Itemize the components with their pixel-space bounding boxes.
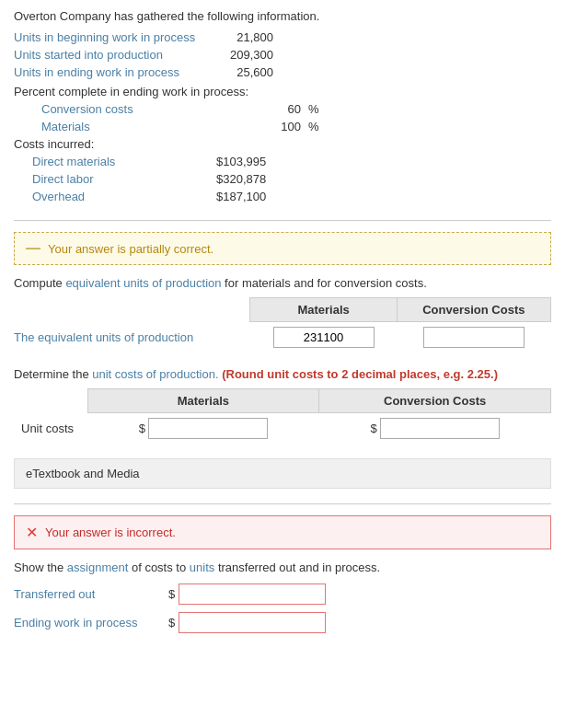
compute-description: Compute equivalent units of production f… [14,276,551,290]
assign-input-wrap-transferred: $ [168,584,326,605]
percent-unit-conversion: % [308,102,319,116]
alert-partial: — Your answer is partially correct. [14,232,551,265]
divider-1 [14,220,551,221]
eq-materials-input[interactable] [273,327,375,348]
info-value-started: 209,300 [216,48,281,62]
eq-row-label: The equivalent units of production [14,322,250,353]
costs-label: Costs incurred: [14,137,551,151]
divider-2 [14,503,551,504]
dollar-materials: $ [139,422,145,435]
cost-value-overhead: $187,100 [216,190,266,203]
incorrect-text: Your answer is incorrect. [45,526,176,539]
equivalent-units-table: Materials Conversion Costs The equivalen… [14,297,551,352]
dollar-transferred: $ [168,587,175,601]
info-label-started: Units started into production [14,48,216,62]
unit-materials-input[interactable] [148,418,268,439]
unit-section: Determine the unit costs of production. … [14,367,551,444]
unit-materials-cell: $ [87,413,319,445]
assignment-description: Show the assignment of costs to units tr… [14,560,551,574]
compute-desc-prefix: Compute [14,276,65,290]
assign-desc-suffix: transferred out and in process. [214,560,380,574]
assign-desc-prefix: Show the [14,560,67,574]
cost-label-overhead: Overhead [32,190,216,203]
info-value-ending: 25,600 [216,65,281,79]
cost-row-materials: Direct materials $103,995 [14,155,551,168]
etextbook-label: eTextbook and Media [26,467,140,480]
eq-row: The equivalent units of production [14,322,551,353]
assignment-section: Show the assignment of costs to units tr… [14,560,551,633]
percent-value-conversion: 60 [244,102,308,116]
assign-row-transferred: Transferred out $ [14,584,551,605]
eq-col-materials: Materials [250,298,397,322]
eq-materials-cell [250,322,397,353]
partial-icon: — [26,240,40,257]
unit-desc-highlight: unit costs of production. [92,367,218,381]
info-row-beginning: Units in beginning work in process 21,80… [14,30,551,44]
eq-conversion-input[interactable] [423,327,525,348]
compute-desc-suffix: for materials and for conversion costs. [222,276,427,290]
unit-description: Determine the unit costs of production. … [14,367,551,381]
unit-col-conversion: Conversion Costs [319,389,551,413]
assign-label-ending: Ending work in process [14,616,161,630]
info-row-started: Units started into production 209,300 [14,48,551,62]
cost-row-labor: Direct labor $320,878 [14,172,551,186]
percent-unit-materials: % [308,120,319,133]
assign-label-transferred: Transferred out [14,587,161,601]
unit-row-label: Unit costs [14,413,87,445]
assign-input-wrap-ending: $ [168,612,326,633]
unit-col-materials: Materials [87,389,319,413]
intro-text: Overton Company has gathered the followi… [14,9,551,23]
alert-incorrect: ✕ Your answer is incorrect. [14,515,551,549]
unit-conversion-cell: $ [319,413,551,445]
cost-value-materials: $103,995 [216,155,266,168]
info-label-beginning: Units in beginning work in process [14,30,216,44]
compute-desc-highlight: equivalent units of production [65,276,221,290]
cost-label-materials: Direct materials [32,155,216,168]
assign-row-ending: Ending work in process $ [14,612,551,633]
unit-desc-round: (Round unit costs to 2 decimal places, e… [219,367,498,381]
assign-input-transferred[interactable] [179,584,326,605]
percent-label-materials: Materials [41,120,244,133]
cost-value-labor: $320,878 [216,172,266,186]
eq-col-conversion: Conversion Costs [397,298,550,322]
percent-value-materials: 100 [244,120,308,133]
assign-desc-highlight1: assignment [67,560,128,574]
unit-conversion-input[interactable] [380,418,500,439]
info-row-ending: Units in ending work in process 25,600 [14,65,551,79]
unit-desc-prefix: Determine the [14,367,92,381]
assign-input-ending[interactable] [179,612,326,633]
unit-col-empty [14,389,87,413]
percent-row-materials: Materials 100 % [41,120,551,133]
info-value-beginning: 21,800 [216,30,281,44]
etextbook-bar[interactable]: eTextbook and Media [14,458,551,489]
eq-conversion-cell [397,322,550,353]
partial-text: Your answer is partially correct. [48,242,213,256]
cost-label-labor: Direct labor [32,172,216,186]
percent-row-conversion: Conversion costs 60 % [41,102,551,116]
assign-desc-highlight2: units [190,560,214,574]
percent-label-conversion: Conversion costs [41,102,244,116]
dollar-conversion: $ [371,422,377,435]
unit-row: Unit costs $ $ [14,413,551,445]
eq-col-empty [14,298,250,322]
incorrect-icon: ✕ [26,524,38,541]
assign-desc-middle: of costs to [128,560,189,574]
info-label-ending: Units in ending work in process [14,65,216,79]
unit-costs-table: Materials Conversion Costs Unit costs $ [14,388,551,444]
dollar-ending: $ [168,616,175,630]
cost-row-overhead: Overhead $187,100 [14,190,551,203]
compute-section: Compute equivalent units of production f… [14,276,551,352]
percent-label: Percent complete in ending work in proce… [14,85,551,98]
